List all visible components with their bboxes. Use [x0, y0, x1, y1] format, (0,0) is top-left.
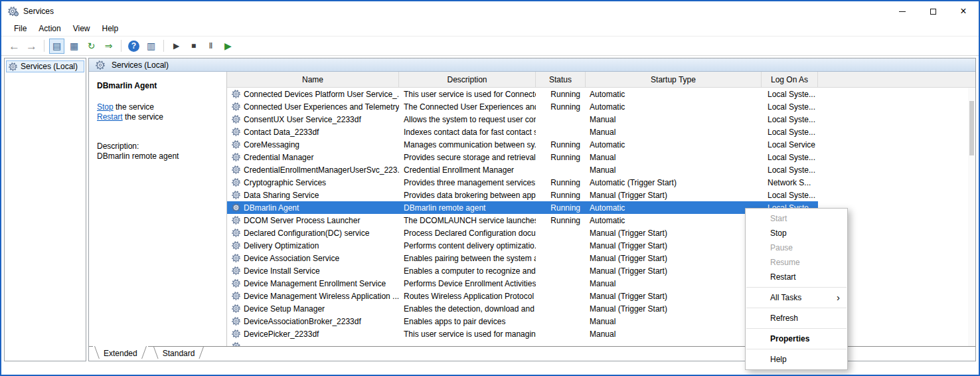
table-row[interactable]: Credential Manager Provides secure stora… — [227, 151, 818, 163]
table-row[interactable]: Device Install Service Enables a compute… — [227, 264, 818, 277]
column-header-log-on-as[interactable]: Log On As — [762, 72, 818, 87]
table-row[interactable]: Contact Data_2233df Indexes contact data… — [227, 126, 818, 138]
menu-file[interactable]: File — [8, 23, 33, 35]
service-gear-icon — [232, 115, 240, 124]
table-row[interactable]: CredentialEnrollmentManagerUserSvc_223..… — [227, 163, 818, 176]
context-menu-pause: Pause — [746, 240, 847, 255]
cell-name: Declared Configuration(DC) service — [227, 229, 399, 238]
cell-startup-type: Manual — [586, 165, 762, 175]
service-gear-icon — [232, 191, 240, 199]
table-row[interactable]: DevicePicker_2233df This user service is… — [227, 328, 818, 340]
tab-extended[interactable]: Extended — [93, 346, 148, 361]
restart-service-link[interactable]: Restart — [97, 112, 123, 122]
column-header-name[interactable]: Name — [227, 72, 399, 87]
context-menu-properties[interactable]: Properties — [746, 331, 847, 346]
context-menu-resume: Resume — [746, 255, 847, 270]
menu-help[interactable]: Help — [96, 23, 125, 35]
table-row[interactable]: Delivery Optimization Performs content d… — [227, 239, 818, 252]
cell-startup-type: Automatic — [586, 216, 762, 225]
table-row[interactable]: Cryptographic Services Provides three ma… — [227, 176, 818, 189]
table-row[interactable]: CoreMessaging Manages communication betw… — [227, 138, 818, 151]
menu-item-label: Resume — [770, 258, 800, 267]
services-app-icon — [8, 6, 19, 17]
back-icon[interactable]: ← — [7, 39, 22, 54]
maximize-button[interactable] — [918, 1, 948, 21]
cell-description: Enables apps to pair devices — [399, 317, 536, 326]
properties-icon[interactable]: ▦ — [66, 39, 82, 54]
context-menu-start: Start — [746, 211, 847, 226]
cell-description: Performs Device Enrollment Activities... — [399, 279, 536, 288]
column-header-startup-type[interactable]: Startup Type — [586, 72, 762, 87]
menu-separator — [746, 328, 847, 329]
cell-description: Manages communication between sy... — [399, 140, 536, 149]
context-menu-all-tasks[interactable]: All Tasks› — [746, 290, 847, 305]
menu-item-label: Properties — [770, 334, 809, 343]
cell-description: Indexes contact data for fast contact s.… — [399, 128, 536, 137]
table-row[interactable]: Device Setup Manager Enables the detecti… — [227, 302, 818, 315]
table-row[interactable]: ConsentUX User Service_2233df Allows the… — [227, 113, 818, 126]
table-row[interactable]: Device Management Enrollment Service Per… — [227, 277, 818, 290]
minimize-button[interactable] — [887, 1, 918, 21]
menu-item-label: Start — [770, 214, 787, 223]
table-row[interactable]: Declared Configuration(DC) service Proce… — [227, 227, 818, 239]
services-window: Services × FileActionViewHelp ←→▤▦↻⇒?▥▶■… — [0, 0, 980, 376]
table-row[interactable]: Connected Devices Platform User Service_… — [227, 88, 818, 100]
cell-log-on-as: Local Syste... — [762, 115, 818, 124]
menu-action[interactable]: Action — [33, 23, 66, 35]
table-row[interactable]: Device Association Service Enables pairi… — [227, 252, 818, 264]
scrollbar-thumb[interactable] — [969, 101, 974, 155]
table-row[interactable]: Connected User Experiences and Telemetry… — [227, 100, 818, 113]
column-header-status[interactable]: Status — [536, 72, 586, 87]
forward-icon[interactable]: → — [24, 39, 39, 54]
help-icon[interactable]: ? — [128, 41, 139, 52]
toolbar-separator — [44, 40, 44, 52]
table-row[interactable]: Device Management Wireless Application .… — [227, 290, 818, 302]
context-menu-help[interactable]: Help — [746, 352, 847, 367]
context-menu-restart[interactable]: Restart — [746, 270, 847, 284]
cell-name: Credential Manager — [227, 153, 399, 162]
service-gear-icon — [232, 279, 240, 288]
table-row[interactable]: DeviceAssociationBroker_2233df Enables a… — [227, 315, 818, 328]
column-header-description[interactable]: Description — [399, 72, 536, 87]
table-header: NameDescriptionStatusStartup TypeLog On … — [227, 72, 975, 88]
cell-name: Data Sharing Service — [227, 191, 399, 200]
refresh-icon[interactable]: ↻ — [84, 39, 99, 54]
cell-startup-type: Manual (Trigger Start) — [586, 304, 762, 314]
cell-description: Provides three management services: ... — [399, 178, 536, 187]
cell-startup-type: Automatic — [586, 203, 762, 213]
pause-service-icon[interactable]: Ⅱ — [203, 39, 218, 54]
table-row[interactable]: DBmarlin Agent DBmarlin remote agent Run… — [227, 201, 818, 214]
table-row[interactable] — [227, 340, 818, 346]
table-row[interactable]: Data Sharing Service Provides data broke… — [227, 189, 818, 201]
cell-log-on-as: Local Syste... — [762, 90, 818, 99]
vertical-scrollbar[interactable] — [968, 88, 975, 346]
show-action-pane-icon[interactable]: ▥ — [143, 39, 159, 54]
show-console-tree-icon[interactable]: ▤ — [49, 39, 64, 54]
title-bar: Services × — [1, 1, 979, 21]
context-menu-refresh[interactable]: Refresh — [746, 311, 847, 326]
service-gear-icon — [232, 266, 240, 275]
stop-service-link[interactable]: Stop — [97, 102, 114, 112]
restart-service-icon[interactable]: ▶ — [220, 39, 236, 54]
menu-separator — [746, 287, 847, 288]
table-row[interactable]: DCOM Server Process Launcher The DCOMLAU… — [227, 214, 818, 227]
close-button[interactable]: × — [948, 1, 979, 21]
export-list-icon[interactable]: ⇒ — [101, 39, 116, 54]
tab-standard[interactable]: Standard — [152, 347, 206, 361]
detail-pane: DBmarlin Agent Stop the serviceRestart t… — [89, 72, 227, 346]
menu-separator — [746, 308, 847, 308]
service-gear-icon — [232, 203, 240, 212]
maximize-icon — [930, 9, 936, 15]
tree-item-services-local[interactable]: Services (Local) — [6, 60, 84, 72]
service-gear-icon — [232, 178, 240, 187]
table-body: Connected Devices Platform User Service_… — [227, 88, 975, 346]
cell-name: Device Management Wireless Application .… — [227, 292, 399, 301]
start-service-icon[interactable]: ▶ — [169, 39, 184, 54]
menu-separator — [746, 349, 847, 349]
service-gear-icon — [232, 241, 240, 250]
cell-log-on-as: Network S... — [762, 178, 818, 187]
menu-view[interactable]: View — [67, 23, 96, 35]
context-menu-stop[interactable]: Stop — [746, 226, 847, 240]
service-gear-icon — [232, 165, 240, 174]
stop-service-icon[interactable]: ■ — [186, 39, 201, 54]
